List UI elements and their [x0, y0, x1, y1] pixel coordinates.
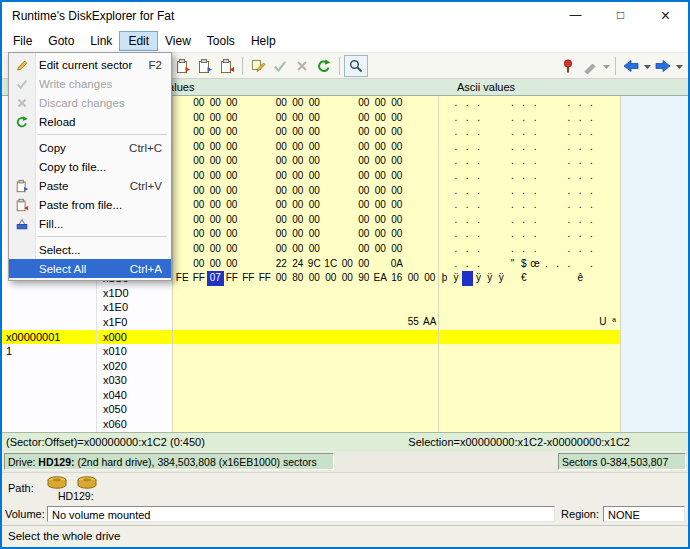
hex-byte[interactable]: [339, 154, 356, 169]
ascii-char[interactable]: .: [507, 111, 518, 126]
hex-byte[interactable]: [389, 315, 406, 330]
ascii-char[interactable]: [541, 227, 552, 242]
ascii-char[interactable]: œ: [529, 257, 540, 272]
ascii-char[interactable]: [586, 417, 597, 432]
ascii-char[interactable]: [586, 373, 597, 388]
ascii-char[interactable]: ": [507, 257, 518, 272]
ascii-char[interactable]: [597, 344, 608, 359]
hex-byte[interactable]: 00: [207, 154, 224, 169]
hex-byte[interactable]: [389, 286, 406, 301]
ascii-char[interactable]: [563, 315, 574, 330]
hex-byte[interactable]: [323, 315, 340, 330]
ascii-char[interactable]: [484, 257, 495, 272]
ascii-char[interactable]: [518, 330, 529, 345]
ascii-char[interactable]: [552, 330, 563, 345]
back-dropdown-icon[interactable]: [642, 55, 652, 77]
hex-byte[interactable]: 00: [389, 213, 406, 228]
ascii-char[interactable]: [586, 344, 597, 359]
ascii-char[interactable]: .: [462, 96, 473, 111]
ascii-char[interactable]: [495, 330, 506, 345]
ascii-char[interactable]: [563, 388, 574, 403]
hex-byte[interactable]: [339, 417, 356, 432]
hex-byte[interactable]: [372, 286, 389, 301]
ascii-char[interactable]: [439, 402, 450, 417]
menu-item-discard-changes[interactable]: Discard changes: [9, 93, 171, 112]
hex-byte[interactable]: 00: [191, 227, 208, 242]
ascii-char[interactable]: [552, 154, 563, 169]
ascii-char[interactable]: [484, 198, 495, 213]
ascii-char[interactable]: [473, 286, 484, 301]
hex-byte[interactable]: [339, 140, 356, 155]
ascii-char[interactable]: .: [507, 96, 518, 111]
ascii-char[interactable]: [586, 402, 597, 417]
ascii-char[interactable]: [484, 373, 495, 388]
ascii-char[interactable]: .: [462, 140, 473, 155]
ascii-char[interactable]: [586, 330, 597, 345]
hex-byte[interactable]: [372, 300, 389, 315]
hex-byte[interactable]: [339, 315, 356, 330]
ascii-char[interactable]: .: [563, 198, 574, 213]
hex-byte[interactable]: [422, 140, 439, 155]
ascii-char[interactable]: .: [586, 184, 597, 199]
ascii-char[interactable]: [439, 315, 450, 330]
hex-byte[interactable]: FF: [191, 271, 208, 286]
hex-byte[interactable]: [240, 111, 257, 126]
ascii-char[interactable]: [552, 96, 563, 111]
hex-byte[interactable]: 00: [372, 242, 389, 257]
ascii-char[interactable]: [495, 300, 506, 315]
ascii-char[interactable]: [473, 344, 484, 359]
hex-byte[interactable]: [224, 330, 241, 345]
ascii-char[interactable]: .: [462, 169, 473, 184]
hex-byte[interactable]: [422, 359, 439, 374]
ascii-char[interactable]: .: [462, 257, 473, 272]
ascii-char[interactable]: [563, 359, 574, 374]
ascii-char[interactable]: [563, 417, 574, 432]
hex-byte[interactable]: 00: [306, 242, 323, 257]
ascii-char[interactable]: [552, 402, 563, 417]
ascii-char[interactable]: [439, 373, 450, 388]
ascii-char[interactable]: .: [563, 154, 574, 169]
hex-byte[interactable]: 00: [290, 227, 307, 242]
hex-byte[interactable]: 00: [224, 111, 241, 126]
hex-byte[interactable]: 00: [191, 111, 208, 126]
hex-byte[interactable]: [290, 402, 307, 417]
ascii-char[interactable]: .: [586, 154, 597, 169]
hex-byte[interactable]: [356, 359, 373, 374]
ascii-char[interactable]: [450, 373, 461, 388]
ascii-char[interactable]: .: [473, 257, 484, 272]
hex-byte[interactable]: 00: [273, 271, 290, 286]
hex-byte[interactable]: [174, 315, 191, 330]
write-changes-icon[interactable]: [269, 55, 291, 77]
hex-byte[interactable]: [174, 198, 191, 213]
hex-byte[interactable]: [240, 257, 257, 272]
ascii-char[interactable]: [484, 359, 495, 374]
ascii-char[interactable]: [495, 125, 506, 140]
ascii-char[interactable]: .: [575, 125, 586, 140]
hex-byte[interactable]: 00: [290, 198, 307, 213]
hex-byte[interactable]: 00: [224, 257, 241, 272]
ascii-char[interactable]: [462, 359, 473, 374]
hex-byte[interactable]: 00: [273, 111, 290, 126]
ascii-char[interactable]: [495, 417, 506, 432]
ascii-char[interactable]: .: [575, 140, 586, 155]
hex-byte[interactable]: [207, 388, 224, 403]
ascii-char[interactable]: .: [563, 227, 574, 242]
ascii-char[interactable]: [597, 359, 608, 374]
ascii-char[interactable]: .: [575, 242, 586, 257]
hex-byte[interactable]: [257, 125, 274, 140]
ascii-char[interactable]: [541, 169, 552, 184]
ascii-char[interactable]: .: [462, 125, 473, 140]
hex-byte[interactable]: 22: [273, 257, 290, 272]
hex-byte[interactable]: 16: [389, 271, 406, 286]
hex-byte[interactable]: [174, 242, 191, 257]
hex-byte[interactable]: [240, 169, 257, 184]
ascii-char[interactable]: .: [518, 242, 529, 257]
ascii-char[interactable]: .: [473, 154, 484, 169]
ascii-char[interactable]: [484, 125, 495, 140]
hex-byte[interactable]: [405, 184, 422, 199]
ascii-char[interactable]: [439, 213, 450, 228]
ascii-char[interactable]: [541, 198, 552, 213]
ascii-char[interactable]: [439, 227, 450, 242]
ascii-char[interactable]: [541, 96, 552, 111]
ascii-char[interactable]: .: [586, 227, 597, 242]
